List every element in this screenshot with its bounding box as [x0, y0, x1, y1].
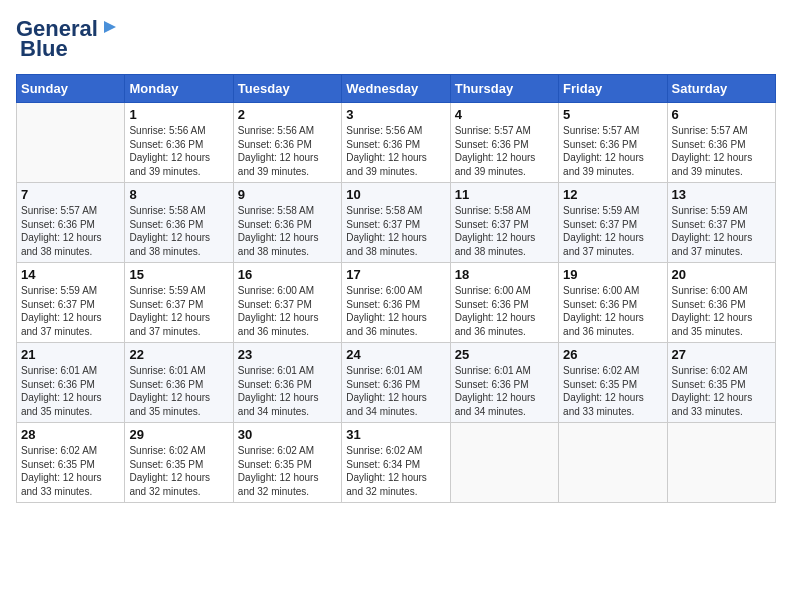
calendar-cell: 30Sunrise: 6:02 AMSunset: 6:35 PMDayligh…	[233, 423, 341, 503]
calendar-cell: 17Sunrise: 6:00 AMSunset: 6:36 PMDayligh…	[342, 263, 450, 343]
calendar-week-5: 28Sunrise: 6:02 AMSunset: 6:35 PMDayligh…	[17, 423, 776, 503]
day-number: 12	[563, 187, 662, 202]
cell-info: Sunrise: 5:58 AMSunset: 6:36 PMDaylight:…	[238, 204, 337, 258]
cell-info: Sunrise: 6:00 AMSunset: 6:36 PMDaylight:…	[563, 284, 662, 338]
calendar-cell: 29Sunrise: 6:02 AMSunset: 6:35 PMDayligh…	[125, 423, 233, 503]
day-number: 8	[129, 187, 228, 202]
day-number: 2	[238, 107, 337, 122]
calendar-cell: 16Sunrise: 6:00 AMSunset: 6:37 PMDayligh…	[233, 263, 341, 343]
day-number: 20	[672, 267, 771, 282]
logo-text-blue: Blue	[20, 36, 68, 62]
col-header-saturday: Saturday	[667, 75, 775, 103]
calendar-cell: 10Sunrise: 5:58 AMSunset: 6:37 PMDayligh…	[342, 183, 450, 263]
cell-info: Sunrise: 5:58 AMSunset: 6:37 PMDaylight:…	[455, 204, 554, 258]
cell-info: Sunrise: 5:59 AMSunset: 6:37 PMDaylight:…	[21, 284, 120, 338]
day-number: 28	[21, 427, 120, 442]
calendar-cell: 4Sunrise: 5:57 AMSunset: 6:36 PMDaylight…	[450, 103, 558, 183]
day-number: 27	[672, 347, 771, 362]
day-number: 4	[455, 107, 554, 122]
calendar-cell: 24Sunrise: 6:01 AMSunset: 6:36 PMDayligh…	[342, 343, 450, 423]
day-number: 24	[346, 347, 445, 362]
calendar-cell: 31Sunrise: 6:02 AMSunset: 6:34 PMDayligh…	[342, 423, 450, 503]
calendar-week-2: 7Sunrise: 5:57 AMSunset: 6:36 PMDaylight…	[17, 183, 776, 263]
col-header-monday: Monday	[125, 75, 233, 103]
day-number: 26	[563, 347, 662, 362]
cell-info: Sunrise: 6:02 AMSunset: 6:35 PMDaylight:…	[672, 364, 771, 418]
calendar-cell: 7Sunrise: 5:57 AMSunset: 6:36 PMDaylight…	[17, 183, 125, 263]
calendar-cell: 14Sunrise: 5:59 AMSunset: 6:37 PMDayligh…	[17, 263, 125, 343]
cell-info: Sunrise: 6:01 AMSunset: 6:36 PMDaylight:…	[21, 364, 120, 418]
calendar-cell: 28Sunrise: 6:02 AMSunset: 6:35 PMDayligh…	[17, 423, 125, 503]
col-header-sunday: Sunday	[17, 75, 125, 103]
calendar-cell: 13Sunrise: 5:59 AMSunset: 6:37 PMDayligh…	[667, 183, 775, 263]
col-header-friday: Friday	[559, 75, 667, 103]
cell-info: Sunrise: 5:56 AMSunset: 6:36 PMDaylight:…	[238, 124, 337, 178]
day-number: 7	[21, 187, 120, 202]
cell-info: Sunrise: 5:59 AMSunset: 6:37 PMDaylight:…	[129, 284, 228, 338]
calendar-cell	[559, 423, 667, 503]
cell-info: Sunrise: 6:02 AMSunset: 6:35 PMDaylight:…	[129, 444, 228, 498]
cell-info: Sunrise: 6:02 AMSunset: 6:35 PMDaylight:…	[21, 444, 120, 498]
calendar-cell: 19Sunrise: 6:00 AMSunset: 6:36 PMDayligh…	[559, 263, 667, 343]
calendar-cell	[450, 423, 558, 503]
day-number: 9	[238, 187, 337, 202]
calendar-cell: 22Sunrise: 6:01 AMSunset: 6:36 PMDayligh…	[125, 343, 233, 423]
cell-info: Sunrise: 5:59 AMSunset: 6:37 PMDaylight:…	[672, 204, 771, 258]
day-number: 13	[672, 187, 771, 202]
calendar-cell: 25Sunrise: 6:01 AMSunset: 6:36 PMDayligh…	[450, 343, 558, 423]
cell-info: Sunrise: 5:57 AMSunset: 6:36 PMDaylight:…	[563, 124, 662, 178]
day-number: 21	[21, 347, 120, 362]
calendar-cell: 3Sunrise: 5:56 AMSunset: 6:36 PMDaylight…	[342, 103, 450, 183]
day-number: 6	[672, 107, 771, 122]
calendar-cell: 20Sunrise: 6:00 AMSunset: 6:36 PMDayligh…	[667, 263, 775, 343]
logo: General Blue	[16, 16, 120, 62]
cell-info: Sunrise: 6:00 AMSunset: 6:36 PMDaylight:…	[346, 284, 445, 338]
day-number: 30	[238, 427, 337, 442]
page-header: General Blue	[16, 16, 776, 62]
cell-info: Sunrise: 6:02 AMSunset: 6:35 PMDaylight:…	[238, 444, 337, 498]
logo-arrow-icon	[100, 17, 120, 37]
day-number: 17	[346, 267, 445, 282]
cell-info: Sunrise: 6:00 AMSunset: 6:36 PMDaylight:…	[672, 284, 771, 338]
day-number: 16	[238, 267, 337, 282]
day-number: 3	[346, 107, 445, 122]
day-number: 15	[129, 267, 228, 282]
day-number: 11	[455, 187, 554, 202]
calendar-cell: 6Sunrise: 5:57 AMSunset: 6:36 PMDaylight…	[667, 103, 775, 183]
day-number: 25	[455, 347, 554, 362]
col-header-thursday: Thursday	[450, 75, 558, 103]
cell-info: Sunrise: 5:57 AMSunset: 6:36 PMDaylight:…	[672, 124, 771, 178]
cell-info: Sunrise: 6:01 AMSunset: 6:36 PMDaylight:…	[455, 364, 554, 418]
day-number: 19	[563, 267, 662, 282]
day-number: 14	[21, 267, 120, 282]
calendar-cell: 12Sunrise: 5:59 AMSunset: 6:37 PMDayligh…	[559, 183, 667, 263]
calendar-week-3: 14Sunrise: 5:59 AMSunset: 6:37 PMDayligh…	[17, 263, 776, 343]
calendar-cell: 23Sunrise: 6:01 AMSunset: 6:36 PMDayligh…	[233, 343, 341, 423]
calendar-cell: 15Sunrise: 5:59 AMSunset: 6:37 PMDayligh…	[125, 263, 233, 343]
cell-info: Sunrise: 5:59 AMSunset: 6:37 PMDaylight:…	[563, 204, 662, 258]
calendar-cell	[667, 423, 775, 503]
calendar-cell: 18Sunrise: 6:00 AMSunset: 6:36 PMDayligh…	[450, 263, 558, 343]
calendar-cell: 9Sunrise: 5:58 AMSunset: 6:36 PMDaylight…	[233, 183, 341, 263]
calendar-table: SundayMondayTuesdayWednesdayThursdayFrid…	[16, 74, 776, 503]
calendar-week-4: 21Sunrise: 6:01 AMSunset: 6:36 PMDayligh…	[17, 343, 776, 423]
cell-info: Sunrise: 6:01 AMSunset: 6:36 PMDaylight:…	[129, 364, 228, 418]
day-number: 18	[455, 267, 554, 282]
cell-info: Sunrise: 5:56 AMSunset: 6:36 PMDaylight:…	[346, 124, 445, 178]
calendar-cell: 5Sunrise: 5:57 AMSunset: 6:36 PMDaylight…	[559, 103, 667, 183]
cell-info: Sunrise: 6:01 AMSunset: 6:36 PMDaylight:…	[238, 364, 337, 418]
cell-info: Sunrise: 6:00 AMSunset: 6:36 PMDaylight:…	[455, 284, 554, 338]
cell-info: Sunrise: 5:56 AMSunset: 6:36 PMDaylight:…	[129, 124, 228, 178]
cell-info: Sunrise: 6:02 AMSunset: 6:35 PMDaylight:…	[563, 364, 662, 418]
calendar-cell: 21Sunrise: 6:01 AMSunset: 6:36 PMDayligh…	[17, 343, 125, 423]
day-number: 22	[129, 347, 228, 362]
day-number: 31	[346, 427, 445, 442]
col-header-wednesday: Wednesday	[342, 75, 450, 103]
day-number: 23	[238, 347, 337, 362]
day-number: 1	[129, 107, 228, 122]
cell-info: Sunrise: 6:01 AMSunset: 6:36 PMDaylight:…	[346, 364, 445, 418]
calendar-cell: 8Sunrise: 5:58 AMSunset: 6:36 PMDaylight…	[125, 183, 233, 263]
calendar-cell: 27Sunrise: 6:02 AMSunset: 6:35 PMDayligh…	[667, 343, 775, 423]
svg-marker-0	[104, 21, 116, 33]
calendar-cell: 11Sunrise: 5:58 AMSunset: 6:37 PMDayligh…	[450, 183, 558, 263]
